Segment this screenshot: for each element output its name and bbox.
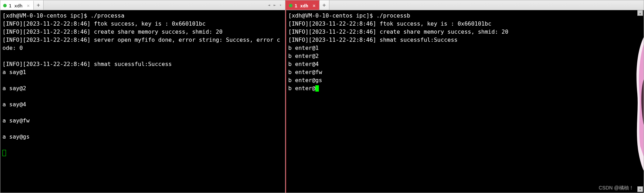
nav-left-icon[interactable]: ◄: [268, 3, 270, 7]
new-tab-button[interactable]: +: [34, 0, 44, 10]
split-container: 1 xdh × + ◄ ► ▾ [xdh@VM-0-10-centos ipc]…: [0, 0, 644, 193]
status-dot-icon: [3, 4, 7, 7]
tab-label: 1 xdh: [9, 3, 24, 8]
cursor-icon: [315, 85, 319, 92]
tab-nav: ◄ ► ▾: [264, 0, 285, 10]
scroll-up-button[interactable]: ▴: [637, 10, 643, 16]
tabbar-left: 1 xdh × + ◄ ► ▾: [0, 0, 285, 10]
scroll-down-button[interactable]: ▾: [637, 186, 643, 192]
cursor-icon: [2, 150, 6, 156]
close-icon[interactable]: ×: [26, 3, 30, 8]
nav-right-icon[interactable]: ►: [273, 3, 276, 7]
terminal-left[interactable]: [xdh@VM-0-10-centos ipc]$ ./processa [IN…: [0, 10, 285, 193]
plus-icon: +: [37, 2, 40, 8]
terminal-right[interactable]: [xdh@VM-0-10-centos ipc]$ ./processb [IN…: [286, 10, 644, 193]
left-pane: 1 xdh × + ◄ ► ▾ [xdh@VM-0-10-centos ipc]…: [0, 0, 285, 193]
close-icon[interactable]: ×: [312, 3, 316, 8]
tab-right-1[interactable]: 1 xdh ×: [286, 0, 320, 10]
tab-label: 1 xdh: [295, 3, 310, 8]
tab-left-1[interactable]: 1 xdh ×: [0, 0, 34, 10]
tabbar-right: 1 xdh × +: [286, 0, 644, 10]
triangle-up-icon: ▴: [639, 11, 641, 15]
right-pane: 1 xdh × + [xdh@VM-0-10-centos ipc]$ ./pr…: [285, 0, 644, 193]
plus-icon: +: [322, 2, 326, 8]
chevron-down-icon[interactable]: ▾: [279, 3, 282, 7]
triangle-down-icon: ▾: [639, 187, 641, 191]
new-tab-button[interactable]: +: [320, 0, 329, 10]
status-dot-icon: [289, 4, 292, 7]
